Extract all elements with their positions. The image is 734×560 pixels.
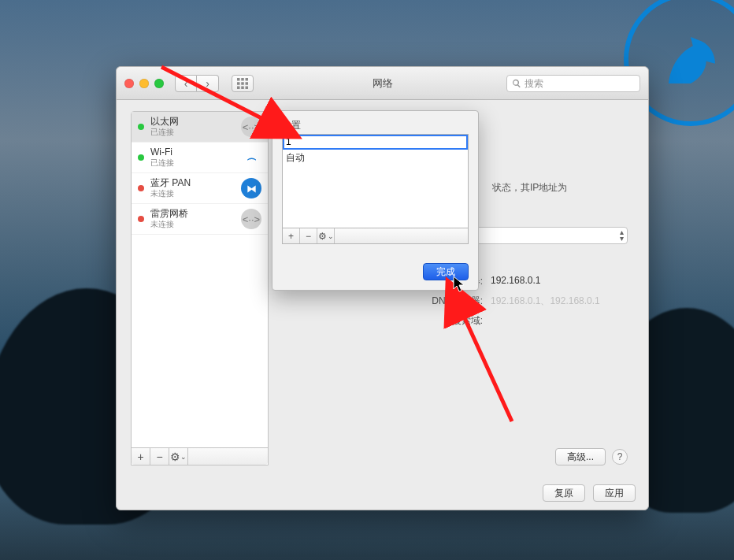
status-dot-icon	[138, 154, 144, 161]
sidebar-item-thunderbolt-bridge[interactable]: 雷雳网桥 未连接 <··>	[132, 204, 268, 235]
titlebar: ‹ › 网络	[117, 67, 648, 100]
location-actions-button[interactable]: ⚙ ⌄	[317, 228, 335, 243]
location-name-input[interactable]	[283, 135, 468, 150]
status-dot-icon	[138, 185, 144, 191]
ethernet-icon: <··>	[241, 117, 261, 137]
svg-rect-5	[246, 82, 249, 85]
interface-status: 已连接	[150, 158, 235, 168]
search-icon	[512, 79, 521, 88]
nav-buttons: ‹ ›	[175, 75, 219, 92]
interface-name: Wi-Fi	[150, 147, 235, 158]
search-domain-label: 搜索域:	[278, 314, 483, 328]
dns-value: 192.168.0.1、192.168.0.1	[491, 295, 600, 308]
svg-rect-0	[237, 78, 240, 81]
location-list: 自动	[282, 134, 469, 228]
sidebar-item-wifi[interactable]: Wi-Fi 已连接 ⌢	[132, 143, 268, 173]
search-field[interactable]	[506, 75, 640, 92]
router-value: 192.168.0.1	[491, 275, 540, 288]
location-label: 位置	[282, 119, 469, 132]
status-dot-icon	[138, 124, 144, 130]
interface-status: 已连接	[150, 128, 235, 137]
sidebar-item-bluetooth-pan[interactable]: 蓝牙 PAN 未连接 ⧓	[132, 173, 268, 204]
interfaces-sidebar: 以太网 已连接 <··> Wi-Fi 已连接 ⌢	[131, 111, 269, 465]
window-footer: 复原 应用	[117, 477, 648, 510]
minimize-button[interactable]	[139, 79, 149, 88]
interface-name: 以太网	[150, 117, 235, 128]
interfaces-list: 以太网 已连接 <··> Wi-Fi 已连接 ⌢	[132, 112, 268, 447]
status-dot-icon	[138, 216, 144, 222]
gear-icon: ⚙	[318, 231, 327, 242]
chevron-down-icon: ⌄	[328, 232, 334, 240]
svg-rect-1	[241, 78, 244, 81]
window-controls	[124, 79, 164, 88]
svg-rect-7	[241, 86, 244, 89]
sidebar-actions-button[interactable]: ⚙⌄	[169, 448, 188, 465]
remove-location-button[interactable]: −	[300, 228, 317, 243]
sidebar-toolbar: + − ⚙⌄	[132, 447, 268, 465]
remove-interface-button[interactable]: −	[150, 448, 169, 465]
interface-name: 蓝牙 PAN	[150, 178, 235, 189]
back-button[interactable]: ‹	[175, 75, 197, 92]
svg-rect-8	[246, 86, 249, 89]
revert-button[interactable]: 复原	[543, 484, 585, 502]
add-location-button[interactable]: +	[283, 228, 300, 243]
wifi-icon: ⌢	[247, 149, 257, 167]
svg-rect-2	[246, 78, 249, 81]
svg-rect-4	[241, 82, 244, 85]
help-button[interactable]: ?	[612, 449, 628, 465]
thunderbolt-icon: <··>	[241, 209, 261, 229]
location-sheet: 位置 自动 + − ⚙ ⌄ 完成	[272, 110, 479, 291]
bluetooth-icon: ⧓	[241, 178, 261, 198]
svg-rect-3	[237, 82, 240, 85]
forward-button[interactable]: ›	[197, 75, 219, 92]
status-tail-text: 状态，其IP地址为	[492, 181, 567, 195]
location-toolbar: + − ⚙ ⌄	[282, 228, 469, 244]
gear-icon: ⚙	[170, 451, 180, 463]
interface-name: 雷雳网桥	[150, 209, 235, 220]
svg-rect-6	[237, 86, 240, 89]
location-row-auto[interactable]: 自动	[283, 150, 468, 166]
interface-status: 未连接	[150, 220, 235, 229]
zoom-button[interactable]	[154, 79, 164, 88]
window-title: 网络	[373, 76, 393, 91]
cursor-icon	[453, 276, 465, 296]
show-all-button[interactable]	[232, 75, 254, 92]
add-interface-button[interactable]: +	[132, 448, 150, 465]
search-input[interactable]	[525, 78, 643, 89]
select-stepper-icon: ▴▾	[620, 229, 624, 242]
close-button[interactable]	[124, 79, 134, 88]
dns-label: DNS服务器:	[278, 295, 483, 308]
apply-button[interactable]: 应用	[593, 484, 636, 502]
advanced-button[interactable]: 高级...	[555, 448, 606, 465]
interface-status: 未连接	[150, 189, 235, 198]
sidebar-item-ethernet[interactable]: 以太网 已连接 <··>	[132, 112, 268, 143]
